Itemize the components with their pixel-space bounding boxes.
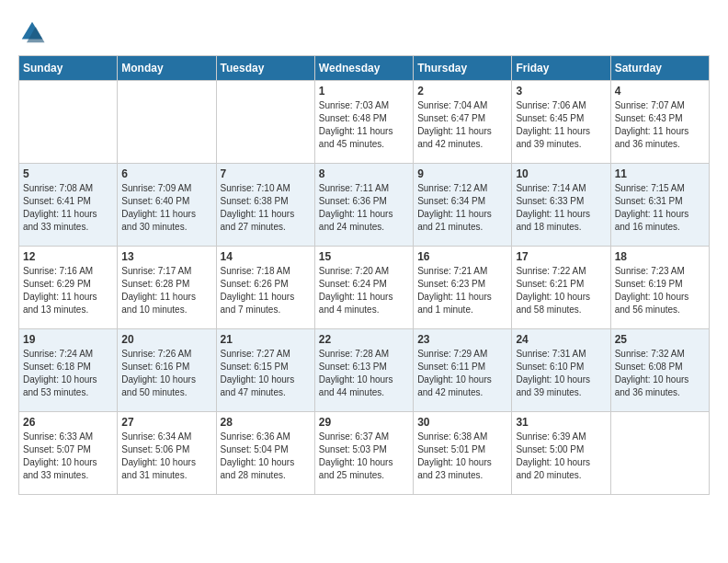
day-cell: 27Sunrise: 6:34 AM Sunset: 5:06 PM Dayli… [118,412,216,495]
day-cell [118,81,216,164]
day-number: 2 [417,85,507,98]
day-cell: 30Sunrise: 6:38 AM Sunset: 5:01 PM Dayli… [414,412,512,495]
day-info: Sunrise: 7:20 AM Sunset: 6:24 PM Dayligh… [319,265,409,316]
day-number: 6 [121,167,211,180]
day-info: Sunrise: 6:33 AM Sunset: 5:07 PM Dayligh… [23,431,113,482]
day-info: Sunrise: 7:15 AM Sunset: 6:31 PM Dayligh… [615,182,705,234]
weekday-header: Friday [512,56,610,81]
day-number: 7 [221,167,311,180]
day-number: 12 [23,250,113,263]
day-info: Sunrise: 7:28 AM Sunset: 6:13 PM Dayligh… [319,348,409,399]
day-cell: 10Sunrise: 7:14 AM Sunset: 6:33 PM Dayli… [512,164,610,247]
week-row: 1Sunrise: 7:03 AM Sunset: 6:48 PM Daylig… [19,81,710,164]
day-number: 1 [319,85,409,98]
day-info: Sunrise: 7:23 AM Sunset: 6:19 PM Dayligh… [615,265,705,316]
day-number: 16 [417,250,507,263]
day-number: 21 [221,333,311,346]
day-info: Sunrise: 7:14 AM Sunset: 6:33 PM Dayligh… [516,182,606,234]
weekday-header: Sunday [19,56,118,81]
day-cell: 29Sunrise: 6:37 AM Sunset: 5:03 PM Dayli… [314,412,413,495]
day-cell: 13Sunrise: 7:17 AM Sunset: 6:28 PM Dayli… [118,247,216,329]
day-number: 30 [417,416,507,429]
weekday-header: Wednesday [314,56,413,81]
calendar-table: SundayMondayTuesdayWednesdayThursdayFrid… [18,55,710,495]
day-number: 28 [221,416,311,429]
day-number: 14 [221,250,311,263]
day-info: Sunrise: 7:24 AM Sunset: 6:18 PM Dayligh… [23,348,113,399]
weekday-header: Tuesday [216,56,314,81]
day-number: 20 [121,333,211,346]
day-number: 22 [319,333,409,346]
page-header [18,18,710,46]
day-info: Sunrise: 7:06 AM Sunset: 6:45 PM Dayligh… [516,99,606,151]
day-number: 3 [516,85,606,98]
day-info: Sunrise: 7:17 AM Sunset: 6:28 PM Dayligh… [121,265,211,316]
day-cell: 6Sunrise: 7:09 AM Sunset: 6:40 PM Daylig… [118,164,216,247]
day-cell [610,412,709,495]
day-cell: 15Sunrise: 7:20 AM Sunset: 6:24 PM Dayli… [314,247,413,329]
day-info: Sunrise: 7:32 AM Sunset: 6:08 PM Dayligh… [615,348,705,399]
day-number: 10 [516,167,606,180]
day-info: Sunrise: 7:29 AM Sunset: 6:11 PM Dayligh… [417,348,507,399]
day-cell: 21Sunrise: 7:27 AM Sunset: 6:15 PM Dayli… [216,329,314,412]
week-row: 26Sunrise: 6:33 AM Sunset: 5:07 PM Dayli… [19,412,710,495]
day-cell: 18Sunrise: 7:23 AM Sunset: 6:19 PM Dayli… [610,247,709,329]
day-cell: 17Sunrise: 7:22 AM Sunset: 6:21 PM Dayli… [512,247,610,329]
day-number: 23 [417,333,507,346]
day-info: Sunrise: 7:26 AM Sunset: 6:16 PM Dayligh… [121,348,211,399]
day-number: 27 [121,416,211,429]
day-cell: 25Sunrise: 7:32 AM Sunset: 6:08 PM Dayli… [610,329,709,412]
day-info: Sunrise: 7:31 AM Sunset: 6:10 PM Dayligh… [516,348,606,399]
day-cell [19,81,118,164]
day-number: 26 [23,416,113,429]
day-info: Sunrise: 7:10 AM Sunset: 6:38 PM Dayligh… [221,182,311,234]
day-number: 24 [516,333,606,346]
logo [18,18,50,46]
day-cell: 26Sunrise: 6:33 AM Sunset: 5:07 PM Dayli… [19,412,118,495]
day-cell: 3Sunrise: 7:06 AM Sunset: 6:45 PM Daylig… [512,81,610,164]
day-cell: 8Sunrise: 7:11 AM Sunset: 6:36 PM Daylig… [314,164,413,247]
day-number: 8 [319,167,409,180]
week-row: 19Sunrise: 7:24 AM Sunset: 6:18 PM Dayli… [19,329,710,412]
day-number: 15 [319,250,409,263]
day-number: 29 [319,416,409,429]
day-cell: 23Sunrise: 7:29 AM Sunset: 6:11 PM Dayli… [414,329,512,412]
day-cell: 16Sunrise: 7:21 AM Sunset: 6:23 PM Dayli… [414,247,512,329]
day-info: Sunrise: 6:34 AM Sunset: 5:06 PM Dayligh… [121,431,211,482]
day-info: Sunrise: 7:16 AM Sunset: 6:29 PM Dayligh… [23,265,113,316]
week-row: 5Sunrise: 7:08 AM Sunset: 6:41 PM Daylig… [19,164,710,247]
day-number: 9 [417,167,507,180]
day-info: Sunrise: 7:22 AM Sunset: 6:21 PM Dayligh… [516,265,606,316]
logo-icon [18,18,46,46]
day-cell: 2Sunrise: 7:04 AM Sunset: 6:47 PM Daylig… [414,81,512,164]
day-number: 17 [516,250,606,263]
day-cell: 1Sunrise: 7:03 AM Sunset: 6:48 PM Daylig… [314,81,413,164]
day-number: 5 [23,167,113,180]
weekday-header: Monday [118,56,216,81]
day-number: 4 [615,85,705,98]
day-number: 31 [516,416,606,429]
day-cell: 24Sunrise: 7:31 AM Sunset: 6:10 PM Dayli… [512,329,610,412]
day-cell: 28Sunrise: 6:36 AM Sunset: 5:04 PM Dayli… [216,412,314,495]
day-info: Sunrise: 7:04 AM Sunset: 6:47 PM Dayligh… [417,99,507,151]
day-cell: 31Sunrise: 6:39 AM Sunset: 5:00 PM Dayli… [512,412,610,495]
day-cell: 22Sunrise: 7:28 AM Sunset: 6:13 PM Dayli… [314,329,413,412]
day-info: Sunrise: 7:09 AM Sunset: 6:40 PM Dayligh… [121,182,211,234]
day-cell: 20Sunrise: 7:26 AM Sunset: 6:16 PM Dayli… [118,329,216,412]
day-cell: 9Sunrise: 7:12 AM Sunset: 6:34 PM Daylig… [414,164,512,247]
day-info: Sunrise: 7:07 AM Sunset: 6:43 PM Dayligh… [615,99,705,151]
day-info: Sunrise: 6:39 AM Sunset: 5:00 PM Dayligh… [516,431,606,482]
day-number: 11 [615,167,705,180]
day-cell: 14Sunrise: 7:18 AM Sunset: 6:26 PM Dayli… [216,247,314,329]
day-number: 19 [23,333,113,346]
day-number: 13 [121,250,211,263]
day-number: 18 [615,250,705,263]
day-info: Sunrise: 6:37 AM Sunset: 5:03 PM Dayligh… [319,431,409,482]
day-info: Sunrise: 7:12 AM Sunset: 6:34 PM Dayligh… [417,182,507,234]
day-info: Sunrise: 7:18 AM Sunset: 6:26 PM Dayligh… [221,265,311,316]
day-info: Sunrise: 6:36 AM Sunset: 5:04 PM Dayligh… [221,431,311,482]
day-info: Sunrise: 7:08 AM Sunset: 6:41 PM Dayligh… [23,182,113,234]
day-cell: 4Sunrise: 7:07 AM Sunset: 6:43 PM Daylig… [610,81,709,164]
weekday-header: Thursday [414,56,512,81]
day-number: 25 [615,333,705,346]
